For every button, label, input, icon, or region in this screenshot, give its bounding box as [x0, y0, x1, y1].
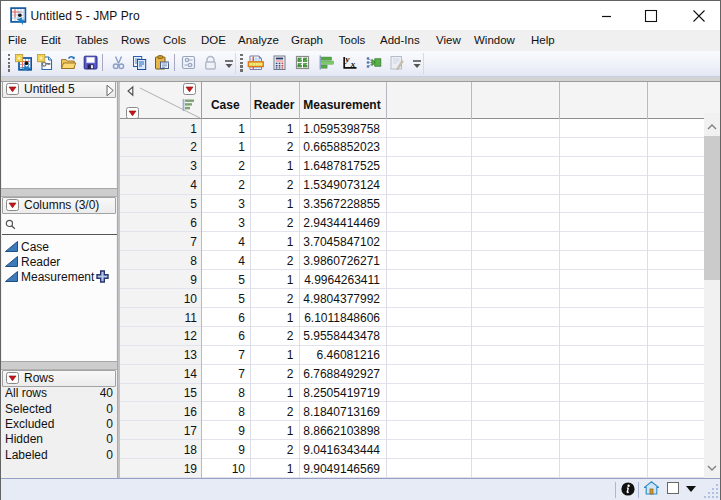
- svg-text:y: y: [345, 54, 351, 64]
- svg-text:x: x: [350, 59, 356, 69]
